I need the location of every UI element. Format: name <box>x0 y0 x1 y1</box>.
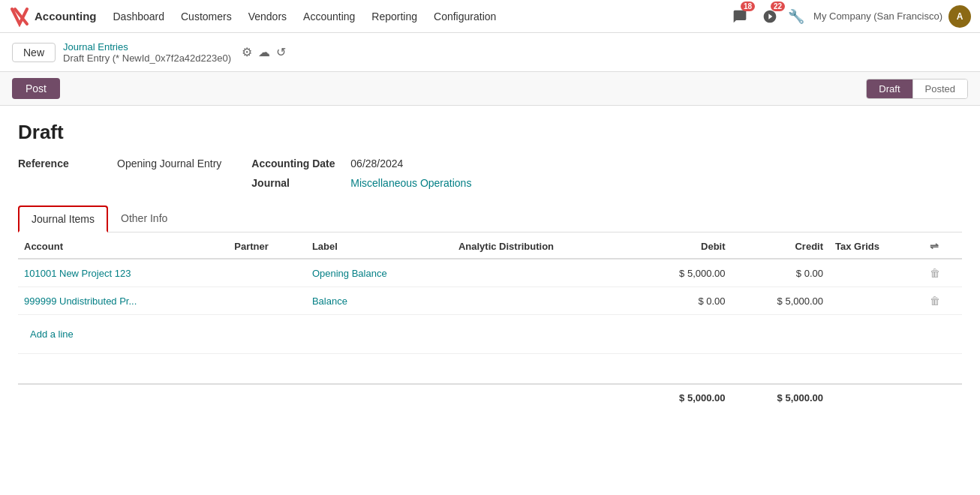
total-row: $ 5,000.00 $ 5,000.00 <box>18 384 962 411</box>
reference-label: Reference <box>18 158 108 170</box>
form-col-right: Accounting Date 06/28/2024 Journal Misce… <box>251 158 471 189</box>
reference-field-row: Reference Opening Journal Entry <box>18 158 221 170</box>
table-section: Account Partner Label Analytic Distribut… <box>0 232 980 411</box>
row1-tax-grids[interactable] <box>829 259 924 287</box>
table-header-row: Account Partner Label Analytic Distribut… <box>18 232 962 259</box>
nav-menu: Dashboard Customers Vendors Accounting R… <box>106 6 726 27</box>
accounting-date-field-row: Accounting Date 06/28/2024 <box>251 158 471 170</box>
row2-delete-icon[interactable]: 🗑 <box>930 295 940 307</box>
row1-delete[interactable]: 🗑 <box>924 259 962 287</box>
row2-tax-grids[interactable] <box>829 287 924 315</box>
filter-icon[interactable]: ⇌ <box>930 240 939 252</box>
col-header-analytic: Analytic Distribution <box>452 232 633 259</box>
col-header-tax-grids: Tax Grids <box>829 232 924 259</box>
journal-value[interactable]: Miscellaneous Operations <box>350 177 471 189</box>
nav-item-dashboard[interactable]: Dashboard <box>106 6 173 27</box>
status-button-group: Draft Posted <box>866 79 968 99</box>
nav-item-configuration[interactable]: Configuration <box>426 6 504 27</box>
post-button[interactable]: Post <box>12 78 60 99</box>
col-header-credit: Credit <box>732 232 829 259</box>
total-end-spacer <box>829 384 962 411</box>
main-toolbar: Post Draft Posted <box>0 72 980 106</box>
reference-value: Opening Journal Entry <box>117 158 221 170</box>
app-name: Accounting <box>35 10 97 22</box>
row2-partner[interactable] <box>228 287 306 315</box>
tabs-container: Journal Items Other Info <box>18 206 962 232</box>
company-name[interactable]: My Company (San Francisco) <box>813 10 942 22</box>
messages-icon-button[interactable]: 18 <box>728 4 752 28</box>
row1-delete-icon[interactable]: 🗑 <box>930 267 940 279</box>
settings-gear-icon[interactable]: ⚙ <box>242 45 252 59</box>
accounting-date-value[interactable]: 06/28/2024 <box>350 158 403 170</box>
row2-analytic[interactable] <box>452 287 633 315</box>
row1-partner[interactable] <box>228 259 306 287</box>
content-area: Draft Reference Opening Journal Entry Ac… <box>0 106 980 495</box>
table-row: 101001 New Project 123 Opening Balance $… <box>18 259 962 287</box>
row1-analytic[interactable] <box>452 259 633 287</box>
nav-right-area: 18 22 🔧 My Company (San Francisco) A <box>728 4 971 28</box>
total-spacer <box>18 384 633 411</box>
total-credit: $ 5,000.00 <box>732 384 829 411</box>
row2-account[interactable]: 999999 Undistributed Pr... <box>18 287 228 315</box>
col-header-partner: Partner <box>228 232 306 259</box>
row2-delete[interactable]: 🗑 <box>924 287 962 315</box>
breadcrumb-current: Draft Entry (* NewId_0x7f2a42d223e0) <box>63 52 231 64</box>
row2-credit[interactable]: $ 5,000.00 <box>732 287 829 315</box>
discard-icon[interactable]: ↺ <box>276 45 286 59</box>
add-line-button[interactable]: Add a line <box>24 322 80 346</box>
row1-credit[interactable]: $ 0.00 <box>732 259 829 287</box>
form-title: Draft <box>18 121 962 144</box>
messages-badge: 18 <box>741 2 755 11</box>
total-debit: $ 5,000.00 <box>633 384 731 411</box>
journal-label: Journal <box>251 177 341 189</box>
row2-label[interactable]: Balance <box>306 287 452 315</box>
row1-account[interactable]: 101001 New Project 123 <box>18 259 228 287</box>
col-header-account: Account <box>18 232 228 259</box>
wrench-icon[interactable]: 🔧 <box>788 8 804 25</box>
row1-debit[interactable]: $ 5,000.00 <box>633 259 731 287</box>
tab-other-info[interactable]: Other Info <box>108 206 180 232</box>
col-header-label: Label <box>306 232 452 259</box>
table-row: 999999 Undistributed Pr... Balance $ 0.0… <box>18 287 962 315</box>
add-line-row: Add a line <box>18 315 962 354</box>
user-avatar[interactable]: A <box>948 5 971 28</box>
status-draft-button[interactable]: Draft <box>867 80 912 98</box>
breadcrumb-parent-link[interactable]: Journal Entries <box>63 41 231 52</box>
top-navigation: Accounting Dashboard Customers Vendors A… <box>0 0 980 33</box>
action-icons-group: ⚙ ☁ ↺ <box>242 45 286 59</box>
col-header-debit: Debit <box>633 232 731 259</box>
nav-item-customers[interactable]: Customers <box>173 6 239 27</box>
row1-label[interactable]: Opening Balance <box>306 259 452 287</box>
cloud-save-icon[interactable]: ☁ <box>258 45 270 59</box>
nav-item-vendors[interactable]: Vendors <box>241 6 294 27</box>
activity-icon-button[interactable]: 22 <box>758 4 782 28</box>
nav-item-accounting[interactable]: Accounting <box>296 6 362 27</box>
new-button[interactable]: PostNew <box>12 43 56 62</box>
nav-item-reporting[interactable]: Reporting <box>364 6 425 27</box>
tabs-section: Journal Items Other Info <box>0 196 980 232</box>
app-logo[interactable]: Accounting <box>9 6 97 27</box>
form-col-left: Reference Opening Journal Entry <box>18 158 221 189</box>
status-posted-button[interactable]: Posted <box>913 80 967 98</box>
row2-debit[interactable]: $ 0.00 <box>633 287 731 315</box>
add-line-cell: Add a line <box>18 315 962 354</box>
activity-badge: 22 <box>771 2 785 11</box>
tab-journal-items[interactable]: Journal Items <box>18 206 108 232</box>
journal-table: Account Partner Label Analytic Distribut… <box>18 232 962 411</box>
journal-field-row: Journal Miscellaneous Operations <box>251 177 471 189</box>
form-fields: Reference Opening Journal Entry Accounti… <box>18 158 962 189</box>
spacer-row <box>18 354 962 384</box>
breadcrumb: Journal Entries Draft Entry (* NewId_0x7… <box>63 41 231 64</box>
action-bar: PostNew Journal Entries Draft Entry (* N… <box>0 33 980 72</box>
form-section: Draft Reference Opening Journal Entry Ac… <box>0 106 980 196</box>
col-header-filter: ⇌ <box>924 232 962 259</box>
accounting-date-label: Accounting Date <box>251 158 341 170</box>
